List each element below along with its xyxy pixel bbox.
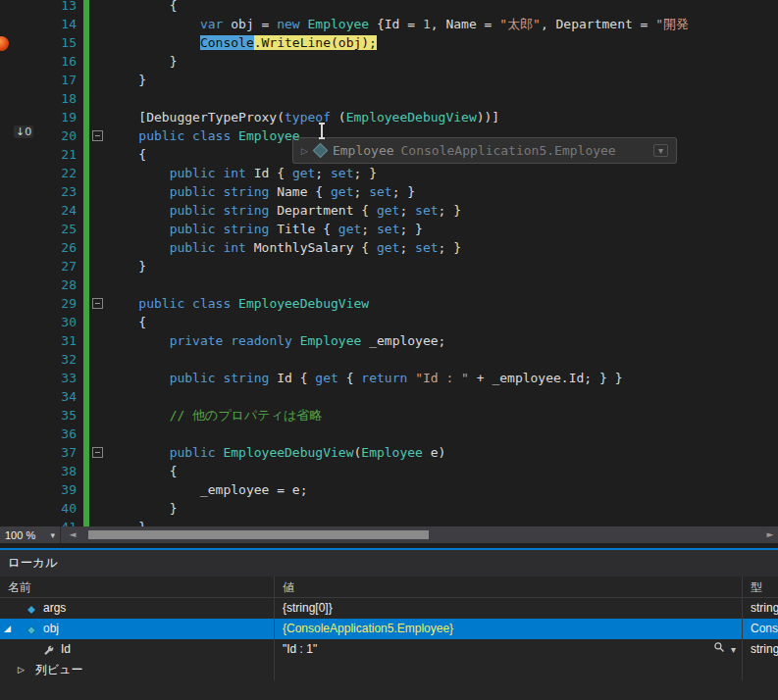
line-number: 21 bbox=[0, 145, 77, 164]
line-number: 24 bbox=[0, 201, 77, 220]
code-token: public bbox=[170, 371, 216, 385]
code-line[interactable]: } bbox=[108, 518, 778, 526]
code-line[interactable]: { bbox=[108, 313, 778, 331]
code-line[interactable] bbox=[108, 89, 778, 108]
code-line[interactable]: public int Id { get; set; } bbox=[108, 164, 778, 182]
code-token: ; } bbox=[354, 166, 377, 180]
code-line[interactable]: public string Name { get; set; } bbox=[108, 182, 778, 201]
code-token: public bbox=[170, 240, 216, 255]
line-number: 31 bbox=[0, 331, 77, 350]
line-number: 30 bbox=[0, 313, 77, 331]
value-cell: "Id : 1"▾ bbox=[275, 639, 743, 660]
code-line[interactable] bbox=[108, 425, 778, 443]
chevron-down-icon[interactable]: ▾ bbox=[731, 639, 736, 660]
collapse-icon[interactable]: ◢ bbox=[4, 619, 11, 639]
zoom-control[interactable]: 100 % ▾ bbox=[0, 526, 61, 543]
scrollbar-thumb[interactable] bbox=[88, 530, 429, 539]
fold-toggle-icon[interactable] bbox=[92, 447, 103, 458]
code-token: { bbox=[170, 464, 178, 478]
code-line[interactable]: var obj = new Employee {Id = 1, Name = "… bbox=[108, 15, 778, 33]
code-token: ; bbox=[399, 240, 415, 255]
code-line[interactable]: public int MonthlySalary { get; set; } bbox=[108, 238, 778, 257]
locals-row[interactable]: Id"Id : 1"▾string bbox=[0, 639, 778, 660]
code-line[interactable]: public string Department { get; set; } bbox=[108, 201, 778, 220]
column-header-name[interactable]: 名前 bbox=[0, 576, 275, 597]
code-token: Employee bbox=[308, 17, 370, 31]
variable-type bbox=[743, 660, 778, 680]
code-lines[interactable]: { var obj = new Employee {Id = 1, Name =… bbox=[108, 0, 778, 526]
code-token: Employee bbox=[361, 445, 423, 460]
fold-margin[interactable] bbox=[92, 0, 108, 526]
line-number: 15 bbox=[0, 33, 77, 52]
name-cell: Id bbox=[0, 639, 275, 660]
code-line[interactable]: } bbox=[108, 499, 778, 518]
code-token: MonthlySalary { bbox=[246, 240, 377, 255]
locals-row[interactable]: ◢obj{ConsoleApplication5.Employee}Cons bbox=[0, 619, 778, 639]
column-header-type[interactable]: 型 bbox=[743, 576, 778, 597]
code-line[interactable]: // 他のプロパティは省略 bbox=[108, 406, 778, 425]
code-token: Console bbox=[200, 35, 254, 50]
line-number: 41 bbox=[0, 518, 77, 526]
margin-badge[interactable]: ↓0 bbox=[14, 125, 33, 138]
name-cell: ▷列ビュー bbox=[0, 660, 275, 680]
code-token: get bbox=[377, 203, 399, 218]
code-line[interactable]: { bbox=[108, 0, 778, 15]
line-number: 40 bbox=[0, 499, 77, 518]
zoom-value: 100 % bbox=[5, 529, 35, 541]
code-token: public bbox=[170, 222, 216, 236]
code-line[interactable]: public string Id { get { return "Id : " … bbox=[108, 369, 778, 387]
column-header-value[interactable]: 値 bbox=[275, 576, 743, 597]
object-icon bbox=[26, 623, 37, 639]
code-line[interactable]: Console.WriteLine(obj); bbox=[108, 33, 778, 52]
code-line[interactable]: [DebuggerTypeProxy(typeof (EmployeeDebug… bbox=[108, 108, 778, 126]
code-line[interactable] bbox=[108, 275, 778, 294]
fold-toggle-icon[interactable] bbox=[92, 130, 103, 141]
code-line[interactable]: { bbox=[108, 462, 778, 480]
code-editor[interactable]: 1314151617181920212223242526272829303132… bbox=[0, 0, 778, 526]
code-token: ; } bbox=[439, 240, 461, 255]
code-token: } bbox=[138, 73, 146, 87]
scroll-right-icon[interactable]: ► bbox=[762, 526, 778, 543]
line-number: 18 bbox=[0, 89, 77, 108]
scroll-left-icon[interactable]: ◄ bbox=[65, 526, 80, 543]
line-number: 36 bbox=[0, 425, 77, 443]
horizontal-scrollbar[interactable]: 100 % ▾ ◄ ► bbox=[0, 526, 778, 543]
code-line[interactable]: } bbox=[108, 257, 778, 275]
code-token: e) bbox=[423, 445, 445, 460]
code-line[interactable]: private readonly Employee _employee; bbox=[108, 331, 778, 350]
code-token: public bbox=[170, 445, 216, 460]
fold-toggle-icon[interactable] bbox=[92, 298, 103, 309]
code-token: _employee; bbox=[361, 333, 445, 348]
code-token: get bbox=[331, 184, 353, 199]
code-line[interactable]: } bbox=[108, 52, 778, 71]
code-token: _employee = e; bbox=[200, 482, 308, 497]
variable-type: string bbox=[743, 598, 778, 619]
code-line[interactable] bbox=[108, 387, 778, 406]
text-cursor bbox=[321, 125, 323, 137]
variable-value: "Id : 1" bbox=[283, 642, 317, 656]
line-number: 17 bbox=[0, 71, 77, 89]
code-line[interactable]: public EmployeeDebugView(Employee e) bbox=[108, 443, 778, 462]
code-token: get bbox=[338, 222, 361, 236]
code-token: return bbox=[361, 371, 407, 385]
line-number: 33 bbox=[0, 369, 77, 387]
code-line[interactable]: } bbox=[108, 71, 778, 89]
code-token: { bbox=[338, 371, 361, 385]
variable-icon bbox=[26, 602, 37, 619]
code-line[interactable] bbox=[108, 350, 778, 369]
code-line[interactable]: public string Title { get; set; } bbox=[108, 220, 778, 238]
code-token: string bbox=[223, 371, 269, 385]
code-token: EmployeeDebugView bbox=[346, 110, 477, 125]
chevron-down-icon[interactable]: ▾ bbox=[653, 144, 668, 157]
code-token: var bbox=[200, 17, 223, 31]
class-icon bbox=[313, 143, 329, 159]
magnifier-icon[interactable] bbox=[713, 639, 725, 660]
expand-icon[interactable]: ▷ bbox=[18, 660, 25, 680]
code-token: private bbox=[170, 333, 224, 348]
code-line[interactable]: _employee = e; bbox=[108, 480, 778, 499]
locals-row[interactable]: args{string[0]}string bbox=[0, 598, 778, 619]
code-line[interactable]: public class EmployeeDebugView bbox=[108, 294, 778, 313]
line-number: 39 bbox=[0, 480, 77, 499]
code-token: ( bbox=[331, 110, 346, 125]
locals-row[interactable]: ▷列ビュー bbox=[0, 660, 778, 680]
